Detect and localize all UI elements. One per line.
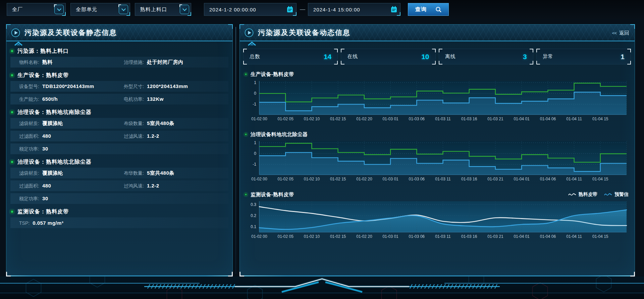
info-value: 480	[42, 133, 51, 139]
info-cell: 生产能力:650t/h	[19, 96, 124, 102]
stats-row: 总数 14 在线 10 离线 3 异常 1	[243, 49, 631, 65]
info-row: 物料名称:熟料治理措施:处于封闭厂房内	[10, 57, 228, 68]
svg-text:01-04 15: 01-04 15	[592, 234, 608, 239]
info-label: 物料名称:	[19, 59, 39, 66]
chart-legend: 熟料皮带 预警信	[568, 191, 630, 198]
query-button[interactable]: 查询	[408, 3, 449, 16]
info-value: 0.057 mg/m³	[33, 220, 63, 226]
info-value: 处于封闭厂房内	[147, 59, 183, 66]
svg-text:-1: -1	[253, 102, 256, 106]
svg-text:1: 1	[254, 80, 256, 85]
back-button[interactable]: << 返回	[612, 25, 629, 41]
section-title: 生产设备：熟料皮带	[17, 72, 69, 79]
info-cell: 治理措施:处于封闭厂房内	[124, 59, 228, 66]
info-value: 1200*204143mm	[147, 83, 188, 89]
legend-item-belt[interactable]: 熟料皮带	[568, 191, 597, 198]
info-cell: TSP:0.057 mg/m³	[19, 220, 124, 226]
info-label: TSP:	[19, 220, 30, 226]
unit-select[interactable]: 全部单元	[70, 3, 130, 16]
svg-text:01-03 06: 01-03 06	[409, 117, 425, 121]
info-cell: 过鸿风速:1.2-2	[124, 183, 228, 189]
stat-label: 异常	[543, 53, 553, 60]
info-value: 1.2-2	[147, 133, 159, 139]
chevron-down-icon[interactable]	[119, 5, 128, 14]
section-title: 治理设备：熟料地坑南除尘器	[17, 109, 92, 116]
chevron-down-icon[interactable]	[180, 5, 189, 14]
plant-select[interactable]: 全厂	[7, 3, 66, 16]
date-to-input[interactable]: 2024-1-4 15:00:00	[308, 3, 400, 16]
chart-canvas: 0.30.20.101-02 0001-02 0501-02 1001-02 1…	[245, 199, 630, 241]
section-header: 治理设备：熟料地坑南除尘器	[10, 106, 228, 118]
info-value: 覆膜涤纶	[42, 120, 63, 127]
info-cell: 过滤风速:1.2-2	[124, 133, 228, 139]
info-cell: 设备型号:TDB1200*204143mm	[19, 83, 124, 90]
chart-block-treatment: 治理设备料地坑北除尘器 10-101-02 0001-02 0501-02 10…	[245, 130, 630, 185]
legend-item-warning[interactable]: 预警信	[604, 191, 629, 198]
calendar-icon[interactable]	[285, 4, 295, 14]
source-select[interactable]: 熟料上料口	[135, 3, 191, 16]
static-info-list: 污染源：熟料上料口物料名称:熟料治理措施:处于封闭厂房内生产设备：熟料皮带设备型…	[6, 41, 232, 228]
wave-line-icon	[604, 193, 612, 197]
panel-scrollbar[interactable]	[235, 27, 236, 274]
svg-text:01-04 15: 01-04 15	[592, 177, 608, 181]
svg-text:01-04 01: 01-04 01	[514, 234, 530, 239]
chart-title-treatment: 治理设备料地坑北除尘器	[251, 131, 308, 138]
svg-text:0: 0	[254, 91, 256, 96]
info-row: 生产能力:650t/h电机功率:132Kw	[10, 94, 228, 104]
info-label: 过滤面积:	[19, 133, 39, 139]
stat-offline: 离线 3	[439, 49, 533, 65]
svg-text:0.1: 0.1	[251, 224, 256, 229]
svg-text:01-03 06: 01-03 06	[409, 177, 425, 181]
chevron-down-icon[interactable]	[54, 5, 64, 14]
page-title-dynamic: 污染源及关联设备动态信息	[258, 28, 351, 37]
stat-label: 总数	[250, 53, 260, 60]
play-icon	[245, 28, 254, 37]
svg-text:01-03 21: 01-03 21	[487, 177, 503, 181]
chart-canvas: 10-101-02 0001-02 0501-02 1001-02 1501-0…	[245, 79, 630, 123]
svg-text:01-02 00: 01-02 00	[251, 234, 267, 239]
info-value: TDB1200*204143mm	[42, 83, 94, 89]
info-label: 额定功率:	[19, 196, 39, 202]
svg-text:01-03 01: 01-03 01	[382, 177, 398, 181]
calendar-icon[interactable]	[389, 4, 399, 14]
info-label: 布华数量:	[124, 170, 144, 176]
svg-text:01-02 05: 01-02 05	[278, 177, 294, 181]
info-label: 外型尺寸:	[124, 84, 144, 90]
info-label: 过滤风速:	[124, 133, 144, 139]
section-header: 治理设备：熟料地坑北除尘器	[10, 156, 228, 168]
svg-text:01-04 06: 01-04 06	[540, 234, 556, 239]
chart-title-production: 生产设备-熟料皮带	[251, 71, 294, 78]
info-cell: 滤袋材质:覆膜涤纶	[19, 120, 124, 127]
svg-text:01-02 15: 01-02 15	[330, 234, 346, 239]
info-cell: 额定功率:30	[19, 196, 124, 202]
section-bullet-icon	[10, 74, 14, 77]
static-panel-header: 污染源及关联设备静态信息	[6, 25, 232, 41]
svg-text:0.3: 0.3	[251, 202, 256, 207]
chart-bullet-icon	[245, 73, 247, 76]
page-title-static: 污染源及关联设备静态信息	[24, 28, 117, 37]
svg-text:01-03 16: 01-03 16	[461, 177, 477, 181]
stat-abnormal: 异常 1	[536, 49, 631, 65]
info-label: 过滤面积:	[19, 183, 39, 189]
info-value: 熟料	[42, 59, 53, 66]
info-value: 650t/h	[42, 96, 58, 102]
svg-text:01-04 06: 01-04 06	[540, 177, 556, 181]
info-row: TSP:0.057 mg/m³	[10, 217, 228, 228]
chart-monitor: 0.30.20.101-02 0001-02 0501-02 1001-02 1…	[245, 199, 630, 242]
stat-label: 在线	[347, 53, 358, 60]
info-value: 132Kw	[147, 96, 164, 102]
svg-text:01-02 20: 01-02 20	[356, 234, 372, 239]
query-button-label: 查询	[415, 6, 427, 13]
back-chevrons-icon: <<	[612, 31, 616, 36]
header-chevron-decoration	[247, 40, 257, 46]
date-from-input[interactable]: 2024-1-2 00:00:00	[204, 3, 297, 16]
chart-treatment: 10-101-02 0001-02 0501-02 1001-02 1501-0…	[245, 139, 630, 185]
svg-text:01-04 11: 01-04 11	[566, 117, 582, 121]
footer-art	[0, 276, 644, 299]
svg-text:01-03 11: 01-03 11	[435, 234, 451, 239]
info-cell: 额定功率:30	[19, 146, 124, 152]
info-cell: 布华数量:5室共480条	[124, 170, 228, 176]
info-label: 电机功率:	[124, 96, 144, 102]
svg-text:01-03 06: 01-03 06	[409, 234, 425, 239]
section-bullet-icon	[10, 111, 14, 114]
